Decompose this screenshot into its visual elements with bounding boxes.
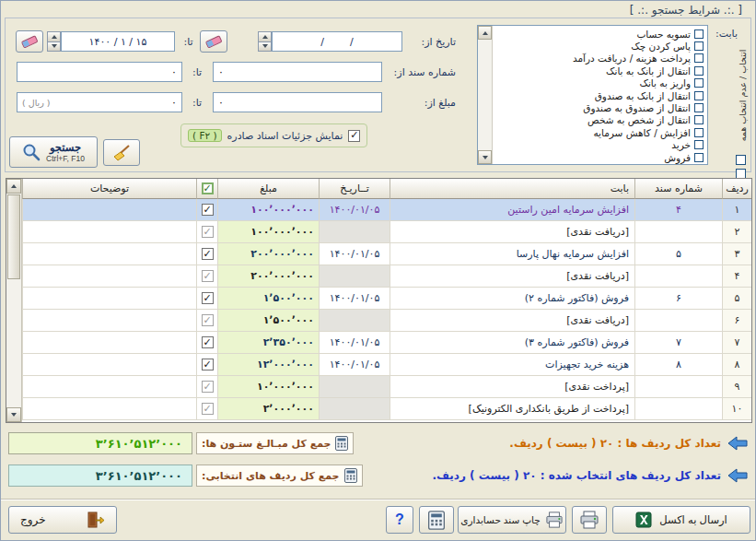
search-button[interactable]: جستجو Ctrl+F, F10 bbox=[9, 136, 98, 168]
list-item[interactable]: انتقال از صندوق به صندوق bbox=[494, 101, 704, 113]
doc-no-from-label: شماره سند از: bbox=[382, 66, 456, 78]
table-row[interactable]: ۸ ۸ هزینه خرید تجهیزات ۱۴۰۰/۰۱/۰۵ ۱۲٬۰۰۰… bbox=[22, 354, 751, 376]
show-details-checkbox[interactable] bbox=[348, 130, 360, 142]
table-row[interactable]: ۳ ۵ افزایش سرمایه نهال پارسا ۱۴۰۰/۰۱/۰۵ … bbox=[22, 243, 751, 265]
scroll-up-icon[interactable] bbox=[6, 179, 21, 194]
babat-cell: هزینه خرید تجهیزات bbox=[390, 354, 634, 376]
category-checkbox[interactable] bbox=[694, 53, 704, 63]
doc-no-cell: ۶ bbox=[634, 288, 722, 310]
category-checkbox[interactable] bbox=[694, 78, 704, 88]
header-doc-no[interactable]: شماره سند bbox=[634, 179, 722, 199]
list-item[interactable]: انتقال از شخص به شخص bbox=[494, 114, 704, 126]
row-checkbox[interactable] bbox=[202, 204, 214, 216]
amount-from-input[interactable]: ۰ bbox=[213, 92, 382, 112]
category-list-scrollbar[interactable] bbox=[478, 26, 493, 164]
selected-summary-row: تعداد کل ردیف های انتخاب شده : ۲۰ ( بیست… bbox=[8, 463, 748, 488]
show-details-label: نمایش جزئیات اسناد صادره bbox=[227, 130, 343, 142]
date-to-input[interactable]: ۱۴۰۰ / ۱ / ۱۵ bbox=[61, 31, 175, 52]
header-amount[interactable]: مبلغ bbox=[217, 179, 319, 199]
list-item[interactable]: پاس کردن چک bbox=[494, 40, 704, 52]
eraser-icon bbox=[20, 34, 39, 49]
row-checkbox[interactable] bbox=[202, 381, 214, 393]
doc-no-from-input[interactable]: ۰ bbox=[213, 62, 382, 82]
row-checkbox[interactable] bbox=[202, 359, 214, 370]
category-checkbox[interactable] bbox=[694, 91, 704, 100]
spinner-down-icon[interactable] bbox=[47, 42, 61, 53]
table-row[interactable]: ۵ ۶ فروش (فاکتور شماره ۲) ۱۴۰۰/۰۱/۰۵ ۱٬۵… bbox=[22, 288, 751, 310]
description-cell bbox=[22, 288, 196, 310]
doc-no-to-input[interactable]: ۰ bbox=[17, 62, 182, 82]
select-all-checkbox[interactable] bbox=[736, 155, 746, 165]
row-checkbox[interactable] bbox=[202, 336, 214, 348]
header-babat[interactable]: بابت bbox=[390, 179, 634, 199]
list-item[interactable]: افزایش / کاهش سرمایه bbox=[494, 126, 704, 138]
row-checkbox[interactable] bbox=[202, 292, 214, 304]
header-description[interactable]: توضیحات bbox=[22, 179, 196, 199]
scroll-down-icon[interactable] bbox=[6, 407, 21, 422]
clear-date-to-button[interactable] bbox=[16, 30, 43, 53]
list-item[interactable]: خرید bbox=[494, 139, 704, 151]
show-details-option[interactable]: نمایش جزئیات اسناد صادره ( F۲ ) bbox=[180, 123, 367, 147]
date-filter-row: تاریخ از: / / تا: ۱۴۰۰ / ۱ / ۱۵ bbox=[9, 30, 456, 53]
table-row[interactable]: ۲ [دریافت نقدی] ۱۰۰٬۰۰۰٬۰۰۰ bbox=[22, 221, 751, 243]
list-item[interactable]: واریز به بانک bbox=[494, 77, 704, 89]
scroll-down-icon[interactable] bbox=[478, 150, 492, 164]
print-document-button[interactable]: چاپ سند حسابداری bbox=[458, 506, 566, 534]
list-item[interactable]: پرداخت هزینه / دریافت درآمد bbox=[494, 53, 704, 65]
table-row[interactable]: ۷ ۷ فروش (فاکتور شماره ۳) ۱۴۰۰/۰۱/۰۵ ۲٬۳… bbox=[22, 332, 751, 354]
date-cell: ۱۴۰۰/۰۱/۰۵ bbox=[319, 332, 390, 354]
amount-to-input[interactable]: ( ریال ) ۰ bbox=[17, 92, 182, 112]
description-cell bbox=[22, 243, 196, 265]
amount-cell: ۲٬۳۵۰٬۰۰۰ bbox=[217, 332, 319, 354]
date-from-input[interactable]: / / bbox=[272, 31, 402, 52]
category-checkbox[interactable] bbox=[694, 115, 704, 124]
clear-filters-button[interactable] bbox=[103, 139, 140, 166]
exit-button[interactable]: خروج bbox=[8, 506, 117, 534]
spinner-down-icon[interactable] bbox=[258, 42, 272, 53]
category-list: تسویه حساب پاس کردن چک پرداخت هزینه / در… bbox=[477, 25, 708, 165]
list-item[interactable]: انتقال از بانک به بانک bbox=[494, 65, 704, 76]
category-checkbox[interactable] bbox=[694, 140, 704, 149]
row-checkbox[interactable] bbox=[202, 226, 214, 238]
header-row-no[interactable]: ردیف bbox=[722, 179, 751, 199]
row-checkbox[interactable] bbox=[202, 403, 214, 415]
table-row[interactable]: ۴ [دریافت نقدی] ۲۰۰٬۰۰۰٬۰۰۰ bbox=[22, 265, 751, 288]
date-from-spinner[interactable] bbox=[258, 31, 272, 52]
table-row[interactable]: ۶ [دریافت نقدی] ۱٬۵۰۰٬۰۰۰ bbox=[22, 310, 751, 332]
row-checkbox[interactable] bbox=[202, 314, 214, 326]
amount-cell: ۱٬۵۰۰٬۰۰۰ bbox=[217, 310, 319, 332]
category-checkbox[interactable] bbox=[694, 128, 704, 137]
select-all-rows-checkbox[interactable] bbox=[202, 182, 214, 194]
scrollbar-thumb[interactable] bbox=[7, 194, 20, 279]
table-scrollbar[interactable] bbox=[6, 179, 22, 422]
category-checkbox[interactable] bbox=[694, 29, 704, 39]
amount-from-label: مبلغ از: bbox=[382, 97, 456, 109]
row-checkbox[interactable] bbox=[202, 248, 214, 260]
print-list-button[interactable] bbox=[572, 506, 607, 534]
category-checkbox[interactable] bbox=[694, 41, 704, 51]
list-item[interactable]: تسویه حساب bbox=[494, 28, 704, 40]
calculator-button[interactable] bbox=[419, 506, 454, 534]
clear-date-from-button[interactable] bbox=[200, 30, 227, 53]
category-checkbox[interactable] bbox=[694, 103, 704, 112]
table-row[interactable]: ۱۰ [پرداخت از طریق بانکداری الکترونیک] ۲… bbox=[22, 398, 751, 420]
row-checkbox[interactable] bbox=[202, 270, 214, 282]
list-item[interactable]: فروش bbox=[494, 151, 704, 163]
category-checkbox[interactable] bbox=[694, 66, 704, 76]
to-label: تا: bbox=[188, 66, 206, 78]
date-to-spinner[interactable] bbox=[47, 31, 61, 52]
table-row[interactable]: ۹ [پرداخت نقدی] ۱۰٬۰۰۰٬۰۰۰ bbox=[22, 376, 751, 398]
selected-rows-text: تعداد کل ردیف های انتخاب شده : ۲۰ ( بیست… bbox=[432, 469, 721, 482]
category-label: تسویه حساب bbox=[636, 29, 691, 40]
table-row[interactable]: ۱ ۴ افزایش سرمایه امین راستین ۱۴۰۰/۰۱/۰۵… bbox=[22, 199, 751, 221]
spinner-up-icon[interactable] bbox=[258, 31, 272, 42]
scroll-up-icon[interactable] bbox=[478, 26, 492, 40]
list-item[interactable]: انتقال از بانک به صندوق bbox=[494, 89, 704, 101]
help-button[interactable]: ? bbox=[386, 506, 413, 534]
header-date[interactable]: تــاریـخ bbox=[319, 179, 390, 199]
row-no-cell: ۲ bbox=[722, 221, 751, 243]
export-excel-button[interactable]: ارسال به اکسل bbox=[612, 506, 750, 534]
spinner-up-icon[interactable] bbox=[47, 31, 61, 42]
babat-cell: فروش (فاکتور شماره ۲) bbox=[390, 288, 634, 310]
category-checkbox[interactable] bbox=[694, 153, 704, 162]
